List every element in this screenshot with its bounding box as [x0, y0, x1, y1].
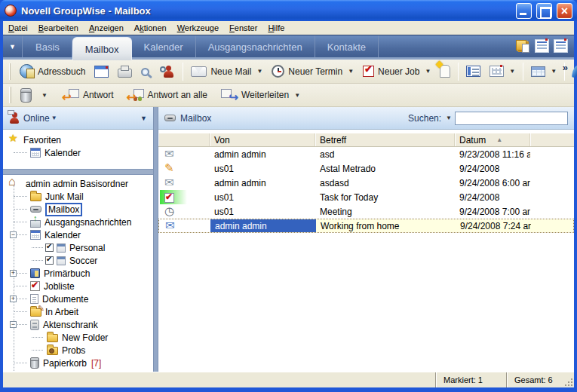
tree-item-label: Probs: [62, 345, 85, 356]
tab-overflow-dropdown[interactable]: ▼: [3, 35, 23, 58]
account-dropdown-caret[interactable]: ▼: [51, 115, 57, 121]
tree-item-label: Junk Mail: [45, 191, 84, 202]
tree-item-ausgangsnachrichten[interactable]: Ausgangsnachrichten: [3, 216, 153, 228]
panel-view-icon[interactable]: [535, 39, 549, 53]
toolbar-grip[interactable]: [9, 63, 11, 80]
panel-dropdown-caret[interactable]: ▼: [140, 115, 147, 122]
toolbar-grip[interactable]: [9, 87, 11, 103]
menu-aktionen[interactable]: Aktionen: [129, 23, 172, 33]
find-contact-button[interactable]: [157, 62, 180, 81]
column-betreff[interactable]: Betreff: [315, 133, 455, 146]
column-datum[interactable]: Datum▲: [455, 133, 530, 146]
tree-item-kalender[interactable]: Kalender: [3, 228, 153, 241]
calendar-page-icon: [57, 256, 66, 265]
antwort-label: Antwort: [83, 90, 114, 100]
mini-magnifier-icon: [160, 66, 166, 72]
folder-list-icon[interactable]: [516, 39, 530, 53]
checked-checkbox[interactable]: [45, 256, 54, 265]
address-book-icon: [30, 268, 40, 278]
collapse-expander[interactable]: [10, 321, 17, 328]
tree-item-new-folder[interactable]: New Folder: [3, 331, 153, 344]
form-view-icon[interactable]: [554, 39, 568, 53]
favorite-item-kalender[interactable]: Kalender: [3, 146, 153, 159]
message-list-panel: Mailbox Suchen: ▼ Von Betreff Datum▲ adm…: [158, 107, 574, 372]
tree-item-in-arbeit[interactable]: In Arbeit: [3, 305, 153, 318]
neuer-job-label: Neuer Job: [378, 66, 419, 77]
expand-expander[interactable]: [10, 270, 17, 277]
panel-title: Mailbox: [180, 113, 211, 124]
quickviewer-button[interactable]: [568, 62, 577, 81]
toolbar-overflow-chevron[interactable]: »: [563, 62, 568, 73]
tree-item-jobliste[interactable]: Jobliste: [3, 280, 153, 292]
weiterleiten-button[interactable]: Weiterleiten ▼: [216, 86, 305, 104]
appointment-icon: [164, 206, 178, 218]
checked-checkbox[interactable]: [45, 243, 54, 252]
message-datum: 9/23/2008 11:16 am: [455, 147, 530, 161]
dropdown-caret-icon: ▼: [41, 92, 48, 99]
tree-item-papierkorb[interactable]: Papierkorb [7]: [3, 357, 153, 369]
calendar-view-button[interactable]: ▼: [485, 63, 520, 80]
antwort-an-alle-button[interactable]: Antwort an alle: [123, 86, 212, 104]
print-button[interactable]: [113, 62, 137, 81]
cabinet-icon: [30, 320, 39, 330]
column-icon[interactable]: [158, 133, 210, 146]
column-von[interactable]: Von: [210, 133, 315, 146]
panel-view-button[interactable]: [462, 63, 485, 80]
expand-expander[interactable]: [10, 296, 17, 302]
tab-ausgangsnachrichten[interactable]: Ausgangsnachrichten: [196, 35, 315, 58]
message-row[interactable]: us01 Astal Metrado 9/24/2008: [158, 161, 574, 176]
message-row[interactable]: us01 Meeting 9/24/2008 7:00 am: [158, 204, 574, 219]
collapse-expander[interactable]: [10, 231, 17, 238]
antwort-button[interactable]: Antwort: [58, 86, 118, 104]
close-button[interactable]: [557, 3, 572, 19]
delete-button[interactable]: ▼: [16, 85, 52, 106]
neuer-termin-button[interactable]: Neuer Termin ▼: [267, 62, 358, 81]
menu-anzeigen[interactable]: Anzeigen: [84, 23, 129, 33]
tab-kalender[interactable]: Kalender: [132, 35, 196, 58]
panel-splitter[interactable]: [153, 107, 158, 372]
tree-item-junk-mail[interactable]: Junk Mail: [3, 190, 153, 203]
message-row-selected[interactable]: admin admin Working from home 9/24/2008 …: [158, 219, 574, 233]
neuer-job-button[interactable]: Neuer Job ▼: [358, 63, 435, 80]
tab-mailbox[interactable]: Mailbox: [72, 37, 132, 60]
tree-item-probs[interactable]: Probs: [3, 344, 153, 357]
menu-datei[interactable]: Datei: [3, 23, 33, 33]
menu-hilfe[interactable]: Hilfe: [262, 23, 290, 33]
resize-grip[interactable]: [563, 377, 573, 387]
message-row[interactable]: admin admin asd 9/23/2008 11:16 am: [158, 147, 574, 161]
tree-item-personal[interactable]: Personal: [3, 241, 153, 254]
window-view-button[interactable]: [90, 63, 113, 81]
menu-werkzeuge[interactable]: Werkzeuge: [172, 23, 224, 33]
tree-item-dokumente[interactable]: Dokumente: [3, 292, 153, 305]
message-row[interactable]: admin admin asdasd 9/24/2008 6:00 am: [158, 176, 574, 190]
online-user-icon: [9, 112, 20, 124]
table-view-button[interactable]: ▼: [526, 63, 561, 80]
tree-root-basisordner[interactable]: admin admin Basisordner: [3, 177, 153, 190]
minimize-button[interactable]: [516, 3, 532, 19]
search-input[interactable]: [455, 112, 568, 125]
folder-sidebar: Online ▼ ▼ Favoriten Kalender: [3, 107, 153, 372]
tree-item-aktenschrank[interactable]: Aktenschrank: [3, 318, 153, 331]
dropdown-caret-icon: ▼: [551, 68, 557, 75]
favorites-root[interactable]: Favoriten: [3, 133, 153, 146]
account-header[interactable]: Online ▼ ▼: [3, 107, 153, 130]
menu-fenster[interactable]: Fenster: [224, 23, 262, 33]
message-row[interactable]: us01 Task for Today 9/24/2008: [158, 190, 574, 204]
tab-kontakte[interactable]: Kontakte: [315, 35, 379, 58]
adressbuch-button[interactable]: Adressbuch: [15, 61, 90, 81]
tab-basis[interactable]: Basis: [23, 35, 72, 58]
neue-notiz-button[interactable]: [435, 62, 455, 81]
search-button[interactable]: [137, 63, 157, 79]
search-dropdown-caret[interactable]: ▼: [446, 115, 452, 121]
neue-mail-button[interactable]: Neue Mail ▼: [186, 63, 267, 80]
antwort-an-alle-label: Antwort an alle: [148, 90, 207, 100]
tree-item-primaerbuch[interactable]: Primärbuch: [3, 267, 153, 280]
maximize-button[interactable]: [536, 3, 552, 19]
menu-bearbeiten[interactable]: Bearbeiten: [33, 23, 84, 33]
dropdown-caret-icon: ▼: [348, 68, 354, 75]
message-datum: 9/24/2008 7:00 am: [455, 204, 530, 219]
title-bar[interactable]: Novell GroupWise - Mailbox: [0, 0, 577, 21]
tree-item-label: Papierkorb: [43, 358, 87, 369]
tree-item-soccer[interactable]: Soccer: [3, 254, 153, 267]
tree-item-mailbox[interactable]: Mailbox: [3, 203, 153, 216]
